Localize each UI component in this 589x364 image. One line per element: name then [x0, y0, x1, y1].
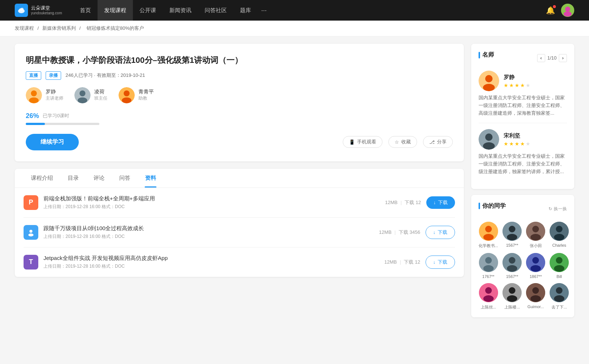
- resource-name-2: Jetpack全组件实战 开发短视频应用高仿皮皮虾App: [43, 255, 379, 262]
- svg-point-18: [483, 84, 495, 91]
- svg-point-6: [31, 90, 37, 96]
- mobile-watch-button[interactable]: 📱 手机观看: [343, 136, 382, 148]
- main-container: 明星中教授课，小学阶段语法100分–强化级第1讲动词（一） 直播 录播 246人…: [0, 36, 589, 331]
- notification-dot: [553, 5, 556, 8]
- nav-home[interactable]: 首页: [73, 0, 98, 21]
- tab-intro[interactable]: 课程介绍: [24, 169, 60, 188]
- resource-date-2: 上传日期：2019-12-28 16:00 格式：DOC: [43, 263, 379, 270]
- tab-review[interactable]: 评论: [86, 169, 112, 188]
- collect-button[interactable]: ☆ 收藏: [388, 136, 417, 148]
- progress-text: 已学习0课时: [43, 113, 69, 119]
- breadcrumb-current: 销冠修炼术搞定80%的客户: [87, 25, 144, 31]
- prev-page-button[interactable]: ‹: [537, 54, 545, 62]
- classmate-name-9: 上陈楼...: [504, 304, 520, 310]
- breadcrumb-series[interactable]: 新媒体营销系列: [42, 25, 76, 31]
- svg-point-36: [483, 265, 494, 272]
- svg-point-10: [78, 97, 87, 103]
- svg-point-9: [80, 90, 85, 96]
- tabs-header: 课程介绍 目录 评论 问答 资料: [15, 169, 464, 188]
- resource-item-0: P 前端全栈加强版！前端全栈+全周期+多端应用 上传日期：2019-12-28 …: [24, 188, 455, 218]
- nav-discover[interactable]: 发现课程: [98, 0, 133, 21]
- progress-bar-fill: [26, 123, 45, 125]
- classmate-avatar-10: [526, 283, 545, 302]
- course-meta-text: 246人已学习 · 有效期至：2019-10-21: [66, 72, 145, 79]
- classmate-1[interactable]: 1567**: [502, 222, 522, 249]
- classmate-avatar-2: [526, 222, 545, 241]
- classmate-4[interactable]: 1767**: [479, 253, 498, 279]
- nav-items: 首页 发现课程 公开课 新闻资讯 问答社区 题库 ···: [73, 0, 546, 21]
- classmate-6[interactable]: 1867**: [526, 253, 545, 279]
- tab-resources[interactable]: 资料: [138, 169, 163, 188]
- svg-point-38: [509, 257, 515, 264]
- classmate-3[interactable]: Charles: [550, 222, 569, 249]
- download-button-0[interactable]: ↓ 下载: [426, 196, 455, 209]
- badge-record: 录播: [46, 71, 61, 80]
- svg-point-29: [532, 226, 539, 232]
- mobile-icon: 📱: [349, 139, 355, 145]
- teacher-avatar-0: [26, 87, 42, 103]
- svg-point-35: [485, 257, 492, 264]
- sidebar-teacher-0: 罗静 ★ ★ ★ ★ ★ 国内某重点大学安全工程专业硕士，国家一级注册消防工程师…: [479, 71, 567, 117]
- classmate-10[interactable]: Guimor...: [526, 283, 545, 310]
- nav-news[interactable]: 新闻资讯: [163, 0, 198, 21]
- breadcrumb-discover[interactable]: 发现课程: [15, 25, 34, 31]
- classmate-0[interactable]: 化学教书...: [479, 222, 498, 249]
- nav-more[interactable]: ···: [258, 0, 271, 21]
- logo-icon: [15, 4, 28, 17]
- resource-item-1: 跟随千万级项目从0到100全过程高效成长 上传日期：2019-12-28 16:…: [24, 218, 455, 247]
- badge-live: 直播: [26, 71, 41, 80]
- teachers: 罗静 主讲老师 凌荷 班主任: [26, 87, 453, 103]
- resource-item-2: T Jetpack全组件实战 开发短视频应用高仿皮皮虾App 上传日期：2019…: [24, 247, 455, 277]
- action-btns: 📱 手机观看 ☆ 收藏 ⎇ 分享: [343, 136, 453, 148]
- svg-point-44: [556, 257, 562, 264]
- classmate-11[interactable]: 去了下...: [550, 283, 569, 310]
- sidebar-teacher-header-0: 罗静 ★ ★ ★ ★ ★: [479, 71, 567, 91]
- user-avatar-nav[interactable]: [561, 4, 574, 17]
- tab-catalog[interactable]: 目录: [60, 169, 86, 188]
- teacher-info-0: 罗静 主讲老师: [46, 89, 63, 101]
- download-button-2[interactable]: ↓ 下载: [426, 256, 455, 269]
- classmate-name-5: 1567**: [506, 274, 518, 279]
- logo[interactable]: 云朵课堂 yundouketang.com: [15, 4, 62, 17]
- resource-name-0: 前端全栈加强版！前端全栈+全周期+多端应用: [43, 195, 380, 202]
- classmate-name-2: 张小田: [530, 243, 542, 249]
- sidebar-teachers-header: 名师 ‹ 1/10 ›: [479, 51, 567, 65]
- resource-stats-2: 12MB | 下载 12: [384, 259, 420, 265]
- sidebar-classmates-header: 你的同学 ↻ 换一换: [479, 202, 567, 216]
- classmate-avatar-8: [479, 283, 498, 302]
- breadcrumb: 发现课程 / 新媒体营销系列 / 销冠修炼术搞定80%的客户: [0, 21, 589, 36]
- continue-button[interactable]: 继续学习: [26, 134, 79, 150]
- classmate-5[interactable]: 1567**: [502, 253, 522, 279]
- svg-point-21: [483, 142, 495, 150]
- sidebar-classmates-card: 你的同学 ↻ 换一换 化学教书...: [471, 195, 574, 317]
- nav-open[interactable]: 公开课: [133, 0, 163, 21]
- classmate-avatar-11: [550, 283, 569, 302]
- share-button[interactable]: ⎇ 分享: [423, 136, 453, 148]
- content-area: 明星中教授课，小学阶段语法100分–强化级第1讲动词（一） 直播 录播 246人…: [15, 44, 464, 323]
- classmate-8[interactable]: 上陈丝...: [479, 283, 498, 310]
- nav-exam[interactable]: 题库: [233, 0, 258, 21]
- classmate-7[interactable]: Bill: [550, 253, 569, 279]
- nav-qa[interactable]: 问答社区: [198, 0, 233, 21]
- teacher-avatar-1: [74, 87, 91, 103]
- classmate-2[interactable]: 张小田: [526, 222, 545, 249]
- svg-point-48: [483, 295, 494, 302]
- svg-point-7: [29, 97, 39, 103]
- resource-info-2: Jetpack全组件实战 开发短视频应用高仿皮皮虾App 上传日期：2019-1…: [43, 255, 379, 270]
- sidebar-teacher-desc-0: 国内某重点大学安全工程专业硕士，国家一级注册消防工程师、注册安全工程师、高级注册…: [479, 94, 567, 117]
- nav-right: 🔔: [546, 4, 574, 17]
- next-page-button[interactable]: ›: [559, 54, 567, 62]
- classmate-name-6: 1867**: [530, 274, 542, 279]
- classmate-9[interactable]: 上陈楼...: [502, 283, 522, 310]
- svg-point-45: [554, 265, 564, 272]
- classmate-avatar-3: [550, 222, 569, 241]
- resource-name-1: 跟随千万级项目从0到100全过程高效成长: [43, 225, 374, 232]
- svg-point-2: [21, 8, 24, 10]
- download-button-1[interactable]: ↓ 下载: [426, 226, 455, 239]
- classmates-grid: 化学教书... 1567** 张小田: [479, 222, 567, 310]
- resource-icon-1: [24, 225, 38, 240]
- svg-point-26: [509, 226, 515, 232]
- refresh-button[interactable]: ↻ 换一换: [549, 206, 567, 212]
- tab-qa[interactable]: 问答: [112, 169, 138, 188]
- bell-icon[interactable]: 🔔: [546, 6, 555, 15]
